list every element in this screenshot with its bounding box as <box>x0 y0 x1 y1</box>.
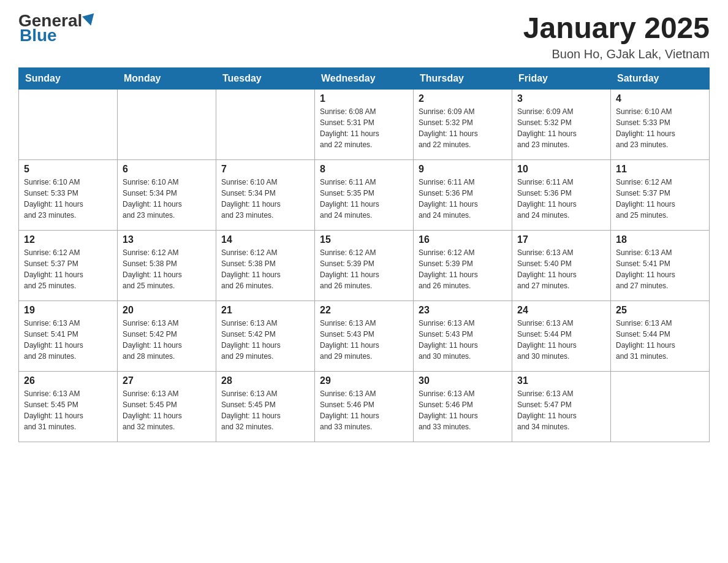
day-info-9: Sunrise: 6:11 AM Sunset: 5:36 PM Dayligh… <box>419 177 507 221</box>
day-number-5: 5 <box>24 164 112 175</box>
day-info-27: Sunrise: 6:13 AM Sunset: 5:45 PM Dayligh… <box>123 388 211 432</box>
week-row-3: 12Sunrise: 6:12 AM Sunset: 5:37 PM Dayli… <box>19 230 710 301</box>
calendar-cell-1-0: 5Sunrise: 6:10 AM Sunset: 5:33 PM Daylig… <box>19 159 118 230</box>
day-number-11: 11 <box>616 164 704 175</box>
day-number-21: 21 <box>221 305 309 316</box>
day-number-20: 20 <box>123 305 211 316</box>
calendar-cell-3-1: 20Sunrise: 6:13 AM Sunset: 5:42 PM Dayli… <box>118 301 216 371</box>
day-number-9: 9 <box>419 164 507 175</box>
calendar-cell-3-5: 24Sunrise: 6:13 AM Sunset: 5:44 PM Dayli… <box>512 301 611 371</box>
day-number-2: 2 <box>419 93 507 104</box>
calendar-cell-4-5: 31Sunrise: 6:13 AM Sunset: 5:47 PM Dayli… <box>512 371 611 442</box>
calendar-cell-2-0: 12Sunrise: 6:12 AM Sunset: 5:37 PM Dayli… <box>19 230 118 301</box>
day-info-11: Sunrise: 6:12 AM Sunset: 5:37 PM Dayligh… <box>616 177 704 221</box>
day-info-23: Sunrise: 6:13 AM Sunset: 5:43 PM Dayligh… <box>419 318 507 362</box>
calendar-cell-3-0: 19Sunrise: 6:13 AM Sunset: 5:41 PM Dayli… <box>19 301 118 371</box>
day-info-19: Sunrise: 6:13 AM Sunset: 5:41 PM Dayligh… <box>24 318 112 362</box>
calendar-cell-3-6: 25Sunrise: 6:13 AM Sunset: 5:44 PM Dayli… <box>611 301 710 371</box>
calendar-cell-3-4: 23Sunrise: 6:13 AM Sunset: 5:43 PM Dayli… <box>414 301 512 371</box>
calendar-cell-3-3: 22Sunrise: 6:13 AM Sunset: 5:43 PM Dayli… <box>315 301 414 371</box>
calendar-cell-2-1: 13Sunrise: 6:12 AM Sunset: 5:38 PM Dayli… <box>118 230 216 301</box>
calendar-cell-2-6: 18Sunrise: 6:13 AM Sunset: 5:41 PM Dayli… <box>611 230 710 301</box>
calendar-cell-2-3: 15Sunrise: 6:12 AM Sunset: 5:39 PM Dayli… <box>315 230 414 301</box>
header-monday: Monday <box>118 67 216 89</box>
day-info-26: Sunrise: 6:13 AM Sunset: 5:45 PM Dayligh… <box>24 388 112 432</box>
day-info-12: Sunrise: 6:12 AM Sunset: 5:37 PM Dayligh… <box>24 247 112 291</box>
day-number-17: 17 <box>517 234 605 245</box>
day-number-16: 16 <box>419 234 507 245</box>
calendar-cell-1-1: 6Sunrise: 6:10 AM Sunset: 5:34 PM Daylig… <box>118 159 216 230</box>
day-number-19: 19 <box>24 305 112 316</box>
calendar-cell-2-2: 14Sunrise: 6:12 AM Sunset: 5:38 PM Dayli… <box>216 230 315 301</box>
day-number-13: 13 <box>123 234 211 245</box>
day-info-15: Sunrise: 6:12 AM Sunset: 5:39 PM Dayligh… <box>320 247 408 291</box>
day-number-8: 8 <box>320 164 408 175</box>
day-number-1: 1 <box>320 93 408 104</box>
logo-blue: Blue <box>20 27 57 44</box>
day-info-6: Sunrise: 6:10 AM Sunset: 5:34 PM Dayligh… <box>123 177 211 221</box>
calendar-cell-4-0: 26Sunrise: 6:13 AM Sunset: 5:45 PM Dayli… <box>19 371 118 442</box>
week-row-4: 19Sunrise: 6:13 AM Sunset: 5:41 PM Dayli… <box>19 301 710 371</box>
logo-text: General Blue <box>18 12 96 44</box>
header-tuesday: Tuesday <box>216 67 315 89</box>
calendar-subtitle: Buon Ho, GJak Lak, Vietnam <box>523 47 710 61</box>
day-number-26: 26 <box>24 375 112 386</box>
week-row-1: 1Sunrise: 6:08 AM Sunset: 5:31 PM Daylig… <box>19 89 710 159</box>
day-number-7: 7 <box>221 164 309 175</box>
calendar-cell-4-2: 28Sunrise: 6:13 AM Sunset: 5:45 PM Dayli… <box>216 371 315 442</box>
day-info-1: Sunrise: 6:08 AM Sunset: 5:31 PM Dayligh… <box>320 106 408 150</box>
day-number-6: 6 <box>123 164 211 175</box>
calendar-cell-4-6 <box>611 371 710 442</box>
day-info-14: Sunrise: 6:12 AM Sunset: 5:38 PM Dayligh… <box>221 247 309 291</box>
day-number-27: 27 <box>123 375 211 386</box>
day-number-4: 4 <box>616 93 704 104</box>
day-info-31: Sunrise: 6:13 AM Sunset: 5:47 PM Dayligh… <box>517 388 605 432</box>
day-info-13: Sunrise: 6:12 AM Sunset: 5:38 PM Dayligh… <box>123 247 211 291</box>
weekday-header-row: Sunday Monday Tuesday Wednesday Thursday… <box>19 67 710 89</box>
day-number-10: 10 <box>517 164 605 175</box>
header-sunday: Sunday <box>19 67 118 89</box>
header-friday: Friday <box>512 67 611 89</box>
day-number-3: 3 <box>517 93 605 104</box>
day-info-28: Sunrise: 6:13 AM Sunset: 5:45 PM Dayligh… <box>221 388 309 432</box>
day-info-24: Sunrise: 6:13 AM Sunset: 5:44 PM Dayligh… <box>517 318 605 362</box>
logo: General Blue <box>18 12 96 44</box>
day-info-7: Sunrise: 6:10 AM Sunset: 5:34 PM Dayligh… <box>221 177 309 221</box>
calendar-cell-4-1: 27Sunrise: 6:13 AM Sunset: 5:45 PM Dayli… <box>118 371 216 442</box>
day-info-2: Sunrise: 6:09 AM Sunset: 5:32 PM Dayligh… <box>419 106 507 150</box>
day-info-29: Sunrise: 6:13 AM Sunset: 5:46 PM Dayligh… <box>320 388 408 432</box>
calendar-cell-4-3: 29Sunrise: 6:13 AM Sunset: 5:46 PM Dayli… <box>315 371 414 442</box>
calendar-cell-0-5: 3Sunrise: 6:09 AM Sunset: 5:32 PM Daylig… <box>512 89 611 159</box>
calendar-cell-4-4: 30Sunrise: 6:13 AM Sunset: 5:46 PM Dayli… <box>414 371 512 442</box>
calendar-cell-2-5: 17Sunrise: 6:13 AM Sunset: 5:40 PM Dayli… <box>512 230 611 301</box>
day-info-17: Sunrise: 6:13 AM Sunset: 5:40 PM Dayligh… <box>517 247 605 291</box>
day-info-30: Sunrise: 6:13 AM Sunset: 5:46 PM Dayligh… <box>419 388 507 432</box>
calendar-cell-3-2: 21Sunrise: 6:13 AM Sunset: 5:42 PM Dayli… <box>216 301 315 371</box>
calendar-cell-1-4: 9Sunrise: 6:11 AM Sunset: 5:36 PM Daylig… <box>414 159 512 230</box>
calendar-cell-0-0 <box>19 89 118 159</box>
calendar-cell-0-1 <box>118 89 216 159</box>
day-info-25: Sunrise: 6:13 AM Sunset: 5:44 PM Dayligh… <box>616 318 704 362</box>
calendar-table: Sunday Monday Tuesday Wednesday Thursday… <box>18 67 710 442</box>
calendar-title: January 2025 <box>523 12 710 45</box>
day-number-22: 22 <box>320 305 408 316</box>
day-number-14: 14 <box>221 234 309 245</box>
day-info-4: Sunrise: 6:10 AM Sunset: 5:33 PM Dayligh… <box>616 106 704 150</box>
calendar-cell-0-2 <box>216 89 315 159</box>
day-info-5: Sunrise: 6:10 AM Sunset: 5:33 PM Dayligh… <box>24 177 112 221</box>
header-saturday: Saturday <box>611 67 710 89</box>
page-header: General Blue January 2025 Buon Ho, GJak … <box>18 12 710 61</box>
calendar-cell-0-4: 2Sunrise: 6:09 AM Sunset: 5:32 PM Daylig… <box>414 89 512 159</box>
day-info-22: Sunrise: 6:13 AM Sunset: 5:43 PM Dayligh… <box>320 318 408 362</box>
day-number-23: 23 <box>419 305 507 316</box>
day-number-24: 24 <box>517 305 605 316</box>
day-number-15: 15 <box>320 234 408 245</box>
day-info-21: Sunrise: 6:13 AM Sunset: 5:42 PM Dayligh… <box>221 318 309 362</box>
logo-triangle-icon <box>82 13 97 27</box>
day-info-20: Sunrise: 6:13 AM Sunset: 5:42 PM Dayligh… <box>123 318 211 362</box>
day-info-10: Sunrise: 6:11 AM Sunset: 5:36 PM Dayligh… <box>517 177 605 221</box>
day-number-30: 30 <box>419 375 507 386</box>
header-wednesday: Wednesday <box>315 67 414 89</box>
day-number-29: 29 <box>320 375 408 386</box>
calendar-cell-1-2: 7Sunrise: 6:10 AM Sunset: 5:34 PM Daylig… <box>216 159 315 230</box>
